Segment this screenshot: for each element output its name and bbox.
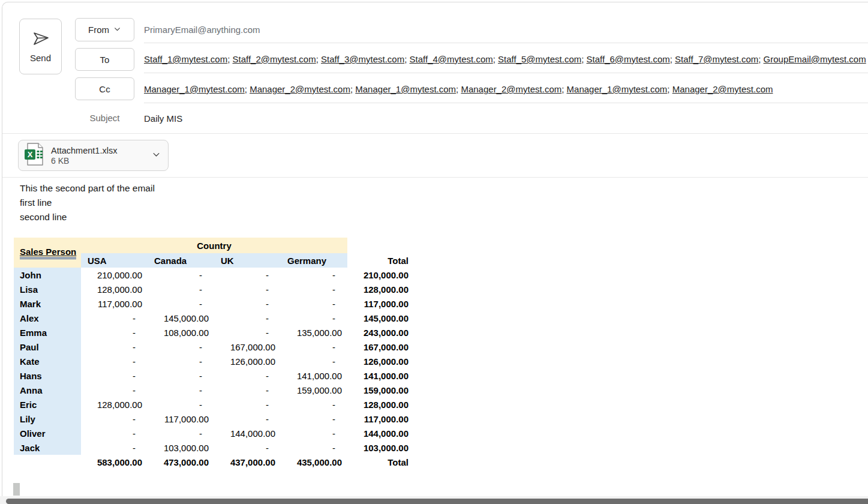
sales-value-cell: 128,000.00 (81, 397, 148, 412)
recipient-separator: ; (667, 84, 672, 94)
row-total-cell: 128,000.00 (347, 282, 414, 296)
sales-value-cell: 144,000.00 (214, 426, 281, 440)
sales-value-cell: - (214, 296, 281, 311)
total-column-header: Total (347, 253, 414, 268)
from-field-underline (144, 43, 868, 43)
sales-value-cell: 108,000.00 (148, 325, 214, 340)
table-row: Hans---141,000.00141,000.00 (14, 368, 414, 383)
from-button-label: From (88, 25, 109, 35)
recipient-link[interactable]: Staff_3@mytest.com (321, 54, 404, 64)
table-row: Anna---159,000.00159,000.00 (14, 383, 414, 397)
table-row: Jack-103,000.00--103,000.00 (14, 440, 414, 455)
row-total-cell: 167,000.00 (347, 340, 414, 354)
sales-value-cell: - (214, 440, 281, 455)
recipient-separator: ; (493, 54, 498, 64)
recipient-link[interactable]: Manager_1@mytest.com (144, 84, 245, 94)
recipient-link[interactable]: Staff_7@mytest.com (675, 54, 758, 64)
recipient-link[interactable]: Staff_6@mytest.com (587, 54, 670, 64)
sales-value-cell: - (214, 282, 281, 296)
sales-person-name: Anna (14, 383, 81, 397)
recipient-link[interactable]: Staff_5@mytest.com (498, 54, 581, 64)
recipient-link[interactable]: Staff_4@mytest.com (410, 54, 493, 64)
table-group-header-row: Sales PersonCountry (14, 238, 414, 253)
sales-value-cell: - (214, 268, 281, 282)
sales-person-name: Jack (14, 440, 81, 455)
vertical-scrollbar-fragment[interactable] (13, 483, 20, 496)
column-header: Germany (281, 253, 347, 268)
recipient-link[interactable]: Manager_2@mytest.com (250, 84, 350, 94)
email-compose-window: Send From PrimaryEmail@anything.com To S… (0, 0, 868, 504)
column-total-cell: 473,000.00 (148, 455, 214, 469)
recipient-link[interactable]: GroupEmail@mytest.com (764, 54, 866, 64)
sales-value-cell: - (281, 397, 347, 412)
sales-value-cell: - (81, 426, 148, 440)
cc-field-underline (144, 103, 868, 103)
to-recipients-field[interactable]: Staff_1@mytest.com; Staff_2@mytest.com; … (144, 54, 866, 64)
sales-person-name: Alex (14, 311, 81, 325)
table-footer-row: 583,000.00473,000.00437,000.00435,000.00… (14, 455, 414, 469)
sales-value-cell: 117,000.00 (81, 296, 148, 311)
sales-value-cell: - (148, 383, 214, 397)
table-row: Kate--126,000.00-126,000.00 (14, 354, 414, 368)
from-dropdown-button[interactable]: From (75, 18, 134, 41)
row-total-cell: 126,000.00 (347, 354, 414, 368)
to-button-label: To (100, 55, 110, 65)
cc-recipients-field[interactable]: Manager_1@mytest.com; Manager_2@mytest.c… (144, 84, 773, 94)
sales-value-cell: - (281, 296, 347, 311)
sales-person-name: Paul (14, 340, 81, 354)
paper-plane-icon (31, 30, 50, 48)
sales-value-cell: 128,000.00 (81, 282, 148, 296)
sales-value-cell: - (148, 426, 214, 440)
table-row: Mark117,000.00---117,000.00 (14, 296, 414, 311)
sales-value-cell: - (281, 282, 347, 296)
sales-value-cell: - (148, 282, 214, 296)
email-body[interactable]: This the second part of the email first … (20, 181, 155, 224)
attachment-filename: Attachment1.xlsx (51, 145, 146, 156)
row-total-cell: 210,000.00 (347, 268, 414, 282)
subject-field[interactable]: Daily MIS (144, 113, 182, 124)
sales-value-cell: 117,000.00 (148, 412, 214, 426)
horizontal-scrollbar-thumb[interactable] (6, 499, 868, 504)
attachment-divider (2, 177, 868, 178)
cc-button[interactable]: Cc (75, 77, 134, 100)
sales-person-name: Hans (14, 368, 81, 383)
sales-value-cell: - (281, 311, 347, 325)
sales-value-cell: 126,000.00 (214, 354, 281, 368)
sales-value-cell: - (281, 354, 347, 368)
recipient-link[interactable]: Staff_2@mytest.com (233, 54, 316, 64)
recipient-link[interactable]: Manager_2@mytest.com (672, 84, 773, 94)
row-total-cell: 145,000.00 (347, 311, 414, 325)
sales-value-cell: - (81, 368, 148, 383)
sales-person-name: Mark (14, 296, 81, 311)
attachment-info: Attachment1.xlsx 6 KB (51, 145, 146, 166)
chevron-down-icon[interactable] (152, 150, 161, 161)
row-total-cell: 159,000.00 (347, 383, 414, 397)
table-row: Alex-145,000.00--145,000.00 (14, 311, 414, 325)
sales-person-name: John (14, 268, 81, 282)
footer-spacer-cell (14, 455, 81, 469)
recipient-separator: ; (245, 84, 250, 94)
recipient-link[interactable]: Staff_1@mytest.com (144, 54, 227, 64)
row-total-cell: 117,000.00 (347, 296, 414, 311)
column-total-cell: 435,000.00 (281, 455, 347, 469)
table-row: John210,000.00---210,000.00 (14, 268, 414, 282)
horizontal-scrollbar-track[interactable] (0, 496, 868, 504)
recipient-link[interactable]: Manager_2@mytest.com (461, 84, 561, 94)
excel-file-icon: X (23, 142, 45, 169)
body-line: This the second part of the email (20, 181, 155, 196)
column-header: UK (214, 253, 281, 268)
sales-value-cell: - (81, 311, 148, 325)
sales-value-cell: 210,000.00 (81, 268, 148, 282)
body-line: first line (20, 196, 155, 210)
recipient-link[interactable]: Manager_1@mytest.com (567, 84, 668, 94)
sales-person-name: Lisa (14, 282, 81, 296)
row-total-cell: 103,000.00 (347, 440, 414, 455)
send-button[interactable]: Send (19, 19, 62, 74)
sales-value-cell: - (81, 412, 148, 426)
recipient-link[interactable]: Manager_1@mytest.com (355, 84, 456, 94)
to-button[interactable]: To (75, 48, 134, 71)
attachment-card[interactable]: X Attachment1.xlsx 6 KB (18, 140, 169, 171)
sales-value-cell: 141,000.00 (281, 368, 347, 383)
from-address[interactable]: PrimaryEmail@anything.com (144, 25, 260, 35)
sales-person-name: Oliver (14, 426, 81, 440)
